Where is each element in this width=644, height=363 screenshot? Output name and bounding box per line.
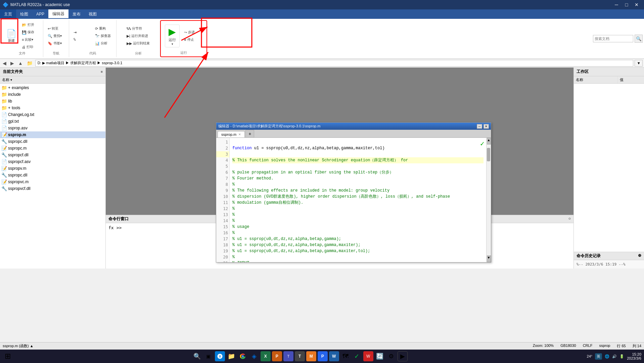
scroll-up-button[interactable]: ▲: [487, 138, 491, 145]
tree-item-include[interactable]: 📁 include: [0, 91, 105, 98]
editor-floater-header: 编辑器 - D:\matlab项目\求解薛定谔方程\ssprop-3.0.1\s…: [216, 123, 491, 130]
tree-item-sspropcf-asv[interactable]: 📄 sspropcf.asv: [0, 158, 105, 165]
taskbar-teams-icon[interactable]: T: [283, 351, 293, 361]
menu-item-publish[interactable]: 发布: [68, 9, 85, 19]
editor-tab-ssprop[interactable]: ssprop.m ✕: [218, 131, 245, 137]
taskbar-edge-icon[interactable]: [215, 351, 225, 361]
taskbar-search-icon[interactable]: 🔍: [192, 351, 202, 361]
close-button[interactable]: ✕: [632, 1, 641, 8]
tree-item-lib[interactable]: 📁 lib: [0, 98, 105, 105]
tree-item-ssprop-asv[interactable]: 📄 ssprop.asv: [0, 125, 105, 131]
tree-item-sspropcf-dll[interactable]: 🔧 sspropcf.dll: [0, 152, 105, 158]
tree-item-ssprop-m[interactable]: 📝 ssprop.m: [0, 131, 105, 138]
taskbar-antivirus-icon[interactable]: ✓: [352, 351, 362, 361]
restructure-button[interactable]: ⟳ 重构: [93, 25, 113, 32]
tree-item-sspropc-dll[interactable]: 🔧 sspropc.dll: [0, 138, 105, 145]
section-break-button[interactable]: %% 分节符: [125, 25, 151, 32]
editor-close-button[interactable]: ✕: [484, 124, 489, 129]
taskbar-matlab-icon[interactable]: M: [306, 351, 316, 361]
compare-label: 比较▾: [25, 37, 33, 42]
compare-button[interactable]: ≡ 比较▾: [20, 36, 40, 43]
indent-button[interactable]: ⇥: [72, 29, 92, 36]
back-button[interactable]: ◀: [1, 60, 8, 67]
browse-button[interactable]: 📁: [26, 60, 34, 67]
menu-item-app[interactable]: APP: [32, 9, 48, 19]
editor-scrollbar[interactable]: ▲ ▼: [486, 138, 491, 262]
explorer-button[interactable]: 🔭 探查器: [93, 33, 113, 39]
tree-item-tools[interactable]: 📁 + tools: [0, 105, 105, 111]
new-button[interactable]: 📄 新建: [4, 27, 19, 45]
menu-item-editor[interactable]: 编辑器: [48, 9, 68, 19]
taskbar-ppt-icon[interactable]: P: [272, 351, 282, 361]
taskbar-view-icon[interactable]: ▣: [203, 351, 214, 361]
menu-item-home[interactable]: 主页: [0, 9, 16, 19]
code-line-6: %: [232, 182, 235, 187]
run-to-end-button[interactable]: ▶▶ 运行到结束: [125, 40, 151, 47]
editor-minimize-button[interactable]: ─: [477, 124, 482, 129]
taskbar-wps2-icon[interactable]: W: [363, 351, 373, 361]
ribbon: 📄 新建 📂 打开 💾 保存 ≡ 比较▾: [0, 19, 644, 59]
dll-file-icon: 🔧: [1, 186, 7, 191]
code-group-label: 代码: [89, 50, 96, 56]
taskbar-wps-icon[interactable]: P: [318, 351, 328, 361]
goto-button[interactable]: ↩ 转至: [46, 25, 66, 32]
taskbar-word-icon[interactable]: W: [329, 351, 339, 361]
tree-item-sspropv-m[interactable]: 📝 sspropv.m: [0, 165, 105, 172]
comment-button[interactable]: %: [72, 36, 92, 43]
up-button[interactable]: ▲: [17, 60, 24, 67]
taskbar-settings-icon[interactable]: ⚙: [386, 351, 396, 361]
line-num-20: 20: [216, 254, 229, 260]
taskbar-maps-icon[interactable]: 🗺: [340, 351, 351, 361]
tree-item-sspropvcf-dll[interactable]: 🔧 sspropvcf.dll: [0, 185, 105, 192]
run-icon: ▶: [169, 26, 176, 37]
line-num-21: 21: [216, 260, 229, 262]
save-button[interactable]: 💾 保存: [20, 29, 40, 36]
analyze-button[interactable]: 📊 分析: [93, 40, 113, 47]
tree-item-sspropc2-dll[interactable]: 🔧 sspropc.dll: [0, 172, 105, 178]
code-content[interactable]: function u1 = ssprop(u0,dt,dz,nz,alpha,b…: [230, 138, 486, 262]
menu-bar: 主页 绘图 APP 编辑器 发布 视图: [0, 9, 644, 19]
menu-item-view[interactable]: 视图: [85, 9, 101, 19]
address-expand-button[interactable]: ▾: [635, 60, 643, 67]
print-button[interactable]: 🖨 打印: [20, 44, 40, 50]
minimize-button[interactable]: ─: [612, 1, 621, 8]
search-input[interactable]: [593, 35, 633, 42]
tree-item-examples[interactable]: 📁 + examples: [0, 84, 105, 91]
tree-item-sspropvc-m[interactable]: 📝 sspropvc.m: [0, 178, 105, 185]
code-line-7: % The following effects are included in …: [232, 188, 389, 193]
start-button[interactable]: ⊞: [3, 351, 13, 361]
taskbar-terminal-icon[interactable]: ▶: [398, 351, 408, 361]
taskbar-chrome-icon[interactable]: [238, 351, 248, 361]
run-advance-button[interactable]: ▶| 运行并前进: [125, 33, 151, 39]
stop-button[interactable]: ■ 停止: [182, 36, 202, 43]
menu-item-plot[interactable]: 绘图: [16, 9, 32, 19]
col-status: 列 14: [633, 344, 641, 349]
editor-tab-new[interactable]: +: [245, 130, 254, 137]
search-button[interactable]: 🔍: [635, 35, 643, 43]
step-forward-button[interactable]: ⤳ 步进: [182, 29, 202, 36]
scroll-down-button[interactable]: ▼: [487, 255, 491, 262]
taskbar-typora-icon[interactable]: T: [295, 351, 305, 361]
find-button[interactable]: 🔍 查找▾: [46, 33, 66, 39]
run-button[interactable]: ▶ 运行 ▾: [165, 25, 180, 47]
maximize-button[interactable]: □: [622, 1, 631, 8]
taskbar-backup-icon[interactable]: 🔄: [375, 351, 385, 361]
history-title: 命令历史记录: [577, 253, 601, 259]
workspace-content: 名称 值: [574, 76, 644, 84]
battery-icon: 🔋: [619, 354, 624, 359]
taskbar-excel-icon[interactable]: X: [261, 351, 271, 361]
file-panel-title: 当前文件夹: [3, 69, 23, 75]
taskbar-folder-icon[interactable]: 📁: [226, 351, 236, 361]
tree-item-changelog[interactable]: 📄 ChangeLog.txt: [0, 111, 105, 118]
editor-tab-close-icon[interactable]: ✕: [238, 133, 241, 136]
forward-button[interactable]: ▶: [9, 60, 15, 67]
tree-item-sspropc-m[interactable]: 📝 sspropc.m: [0, 145, 105, 152]
line-numbers: 1 2 3 4 5 6 7 8 9 10 11 12 13 14: [216, 138, 230, 262]
bookmark-button[interactable]: 🔖 书签▾: [46, 40, 66, 47]
tree-item-gpl[interactable]: 📄 gpl.txt: [0, 118, 105, 125]
taskbar-vscode-icon[interactable]: ◈: [249, 351, 259, 361]
open-icon: 📂: [22, 23, 27, 27]
open-button[interactable]: 📂 打开: [20, 22, 40, 28]
scroll-thumb[interactable]: [487, 148, 490, 161]
volume-icon: 🔊: [612, 354, 617, 359]
